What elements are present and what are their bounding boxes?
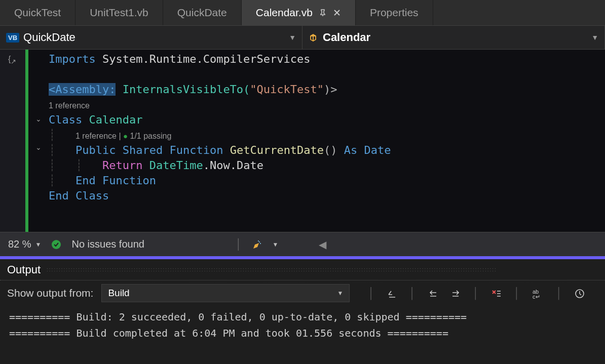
output-panel: Output :::::::::::::::::::::::::::::::::…: [0, 259, 605, 344]
chevron-down-icon: ▼: [591, 33, 598, 42]
brace-icon: {↗: [0, 53, 25, 65]
tab-unittest1[interactable]: UnitTest1.vb: [75, 0, 163, 25]
output-toolbar: Show output from: Build ▼ │ │ │ │ abc↵ │: [0, 280, 605, 306]
svg-point-0: [52, 240, 61, 249]
tab-quicktest[interactable]: QuickTest: [0, 0, 75, 25]
separator: │: [514, 287, 520, 299]
divider: │: [236, 238, 242, 250]
output-header[interactable]: Output :::::::::::::::::::::::::::::::::…: [0, 259, 605, 280]
chevron-down-icon: ▼: [35, 241, 42, 248]
tab-properties[interactable]: Properties: [356, 0, 433, 25]
separator: │: [473, 287, 479, 299]
project-dropdown[interactable]: VB QuickDate ▼: [0, 26, 302, 49]
chevron-down-icon: ▼: [289, 33, 296, 42]
scroll-left-icon[interactable]: ◀: [319, 238, 326, 251]
check-circle-icon: [51, 239, 61, 250]
separator: │: [409, 287, 416, 299]
code-content[interactable]: Imports System.Runtime.CompilerServices …: [49, 50, 605, 232]
class-name: Calendar: [323, 31, 370, 44]
navigation-bar: VB QuickDate ▼ Calendar ▼: [0, 25, 605, 50]
svg-point-1: [259, 241, 260, 242]
clock-icon[interactable]: [575, 287, 585, 299]
next-message-icon[interactable]: [450, 287, 461, 299]
project-name: QuickDate: [23, 31, 75, 44]
output-source-dropdown[interactable]: Build ▼: [101, 284, 350, 302]
fold-chevron-icon[interactable]: ⌄: [28, 140, 49, 155]
close-icon[interactable]: [333, 9, 341, 17]
output-grip: ::::::::::::::::::::::::::::::::::::::::…: [47, 267, 598, 272]
zoom-value: 82 %: [8, 238, 31, 250]
chevron-down-icon: ▼: [337, 290, 344, 297]
vb-badge-icon: VB: [6, 33, 19, 43]
word-wrap-icon[interactable]: abc↵: [533, 287, 544, 299]
output-source-value: Build: [108, 288, 129, 299]
svg-text:c↵: c↵: [533, 294, 540, 299]
class-icon: [309, 32, 319, 44]
zoom-dropdown[interactable]: 82 % ▼: [8, 238, 41, 250]
editor-gutter: {↗: [0, 50, 25, 232]
document-tabs: QuickTest UnitTest1.vb QuickDate Calenda…: [0, 0, 605, 25]
chevron-down-icon[interactable]: ▼: [272, 241, 278, 248]
tab-calendar[interactable]: Calendar.vb: [242, 0, 356, 25]
fold-chevron-icon[interactable]: ⌄: [28, 111, 49, 127]
codelens-references-tests[interactable]: 1 reference | ● 1/1 passing: [75, 132, 171, 140]
output-source-label: Show output from:: [7, 287, 93, 299]
editor-status-bar: 82 % ▼ No issues found │ ▼ ◀: [0, 232, 605, 256]
tab-quickdate[interactable]: QuickDate: [163, 0, 242, 25]
svg-point-3: [258, 240, 259, 241]
go-to-source-icon[interactable]: [387, 287, 397, 299]
svg-point-2: [260, 243, 261, 244]
prev-message-icon[interactable]: [428, 287, 438, 299]
separator: │: [556, 287, 562, 299]
tab-label: Calendar.vb: [256, 7, 313, 19]
pin-icon[interactable]: [319, 9, 327, 17]
clear-all-icon[interactable]: [491, 287, 502, 299]
code-editor[interactable]: {↗ ⌄ ⌄ Imports System.Runtime.CompilerSe…: [0, 50, 605, 232]
class-dropdown[interactable]: Calendar ▼: [302, 26, 605, 49]
issues-status[interactable]: No issues found: [71, 238, 144, 250]
fold-column: ⌄ ⌄: [28, 50, 49, 232]
separator: │: [368, 287, 374, 299]
codelens-references[interactable]: 1 reference: [49, 101, 90, 110]
output-title: Output: [7, 263, 41, 276]
intellisense-icon[interactable]: [252, 238, 262, 250]
output-text[interactable]: ========== Build: 2 succeeded, 0 failed,…: [0, 306, 605, 344]
